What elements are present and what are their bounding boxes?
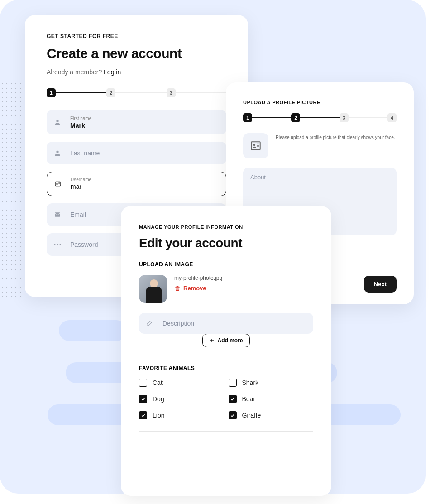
login-link[interactable]: Log in: [104, 68, 121, 76]
password-placeholder: Password: [70, 241, 98, 248]
animal-checkbox[interactable]: Cat: [139, 379, 224, 387]
decorative-dots: [0, 82, 23, 299]
animal-checkbox[interactable]: Dog: [139, 395, 224, 403]
stepper: 1 2 3: [47, 88, 226, 97]
step-2[interactable]: 2: [106, 88, 115, 97]
first-name-field[interactable]: First name Mark: [47, 110, 226, 134]
svg-rect-2: [55, 182, 61, 186]
animal-checkbox[interactable]: Giraffe: [229, 411, 314, 419]
favorites-section-title: FAVORITE ANIMALS: [139, 365, 313, 371]
checkbox[interactable]: [229, 411, 237, 419]
overline: UPLOAD A PROFILE PICTURE: [243, 100, 397, 105]
remove-button[interactable]: Remove: [174, 285, 222, 292]
step-connector: [349, 117, 387, 118]
description-placeholder: Description: [163, 320, 194, 327]
step-2[interactable]: 2: [291, 113, 300, 122]
animal-checkbox-grid: CatSharkDogBearLionGiraffe: [139, 379, 313, 419]
svg-point-9: [60, 244, 61, 245]
step-connector: [176, 92, 226, 93]
svg-point-8: [57, 244, 58, 245]
checkbox[interactable]: [229, 379, 237, 387]
user-icon: [54, 119, 64, 126]
svg-point-11: [253, 144, 255, 146]
checkbox[interactable]: [229, 395, 237, 403]
last-name-placeholder: Last name: [70, 149, 100, 157]
step-3[interactable]: 3: [340, 113, 349, 122]
checkbox[interactable]: [139, 395, 147, 403]
add-more-label: Add more: [217, 337, 243, 344]
checkbox-label: Dog: [153, 395, 164, 403]
divider: Add more: [139, 341, 313, 355]
username-field[interactable]: Username mar: [47, 172, 226, 196]
svg-rect-10: [251, 142, 260, 149]
password-icon: [54, 243, 64, 246]
upload-section-title: UPLOAD AN IMAGE: [139, 261, 313, 268]
step-1[interactable]: 1: [47, 88, 56, 97]
edit-account-card: MANAGE YOUR PROFILE INFORMATION Edit you…: [121, 206, 331, 496]
next-button[interactable]: Next: [364, 276, 397, 293]
animal-checkbox[interactable]: Bear: [229, 395, 314, 403]
step-connector: [252, 117, 291, 118]
description-field[interactable]: Description: [139, 313, 313, 334]
checkbox-label: Shark: [242, 379, 259, 386]
svg-rect-6: [55, 212, 60, 216]
upload-hint: Please upload a profile picture that cle…: [276, 133, 397, 158]
overline: MANAGE YOUR PROFILE INFORMATION: [139, 224, 313, 230]
plus-icon: [209, 338, 215, 343]
login-hint: Already a member? Log in: [47, 68, 226, 76]
trash-icon: [174, 285, 181, 292]
page-title: Edit your account: [139, 236, 313, 250]
svg-point-1: [56, 151, 58, 153]
filename: my-profile-photo.jpg: [174, 275, 222, 281]
username-value: mar: [71, 183, 91, 190]
user-icon: [54, 149, 64, 157]
email-placeholder: Email: [70, 211, 86, 218]
step-connector: [115, 92, 166, 93]
remove-label: Remove: [183, 285, 206, 292]
checkbox[interactable]: [139, 411, 147, 419]
username-label: Username: [71, 177, 91, 182]
step-connector: [56, 92, 106, 93]
decorative-pill: [59, 320, 127, 341]
checkbox-label: Giraffe: [242, 412, 261, 419]
id-card-icon: [54, 180, 64, 187]
divider: [139, 431, 313, 432]
upload-dropzone[interactable]: [243, 133, 268, 158]
pencil-icon: [146, 320, 156, 326]
animal-checkbox[interactable]: Shark: [229, 379, 314, 387]
mail-icon: [54, 211, 64, 218]
step-connector: [300, 117, 339, 118]
svg-point-0: [56, 120, 58, 122]
avatar: [139, 275, 167, 303]
checkbox-label: Cat: [153, 379, 163, 386]
text-cursor: [82, 184, 82, 191]
checkbox[interactable]: [139, 379, 147, 387]
first-name-value: Mark: [70, 122, 91, 129]
step-1[interactable]: 1: [243, 113, 252, 122]
overline: GET STARTED FOR FREE: [47, 33, 226, 39]
checkbox-label: Bear: [242, 395, 256, 403]
member-text: Already a member?: [47, 68, 104, 76]
svg-point-7: [54, 244, 56, 245]
svg-point-3: [57, 183, 58, 184]
first-name-label: First name: [70, 116, 91, 121]
add-more-button[interactable]: Add more: [202, 334, 249, 347]
step-3[interactable]: 3: [167, 88, 176, 97]
stepper: 1 2 3 4: [243, 113, 397, 122]
animal-checkbox[interactable]: Lion: [139, 411, 224, 419]
page-title: Create a new account: [47, 46, 226, 61]
last-name-field[interactable]: Last name: [47, 142, 226, 164]
id-photo-icon: [250, 140, 262, 152]
checkbox-label: Lion: [153, 412, 164, 419]
step-4[interactable]: 4: [387, 113, 397, 122]
